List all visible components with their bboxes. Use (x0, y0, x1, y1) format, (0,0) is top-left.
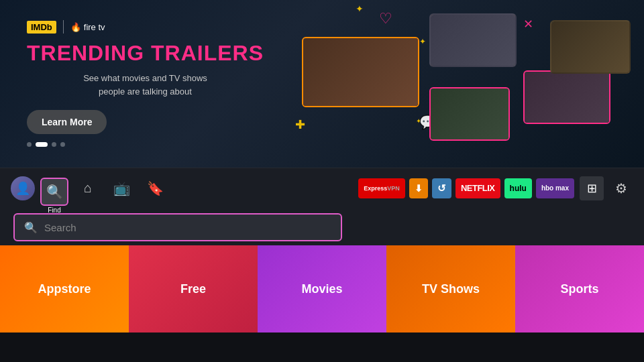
all-apps-button[interactable]: ⊞ (580, 176, 604, 200)
gear-icon: ⚙ (615, 180, 627, 196)
imdb-logo: IMDb (27, 21, 56, 34)
expressvpn-app[interactable]: Express VPN (358, 178, 405, 198)
movie-card-4[interactable] (523, 70, 610, 124)
find-nav-button[interactable]: 🔍 Find (40, 178, 68, 206)
category-appstore[interactable]: Appstore (0, 245, 129, 333)
hero-title: TRENDING TRAILERS (27, 42, 264, 65)
category-tvshows[interactable]: TV Shows (386, 245, 515, 333)
movie-card-2[interactable] (429, 13, 517, 67)
hero-logos: IMDb 🔥 fire tv (27, 20, 264, 34)
dot-1[interactable] (27, 142, 32, 147)
sparkle-icon-1: ✦ (356, 3, 364, 14)
sync-app[interactable]: ↺ (432, 178, 451, 198)
home-icon: ⌂ (84, 180, 92, 196)
learn-more-button[interactable]: Learn More (27, 110, 107, 134)
bookmark-icon: 🔖 (147, 180, 164, 196)
sparkle-icon-2: ✦ (419, 37, 426, 46)
search-placeholder: Search (44, 222, 76, 233)
dot-2[interactable] (36, 142, 48, 147)
user-avatar[interactable]: 👤 (11, 176, 35, 200)
logo-divider (63, 20, 64, 34)
find-label: Find (48, 206, 60, 214)
navbar: 👤 🔍 Find ⌂ 📺 🔖 Express VPN ⬇ ↺ NETFLIX h… (0, 168, 644, 208)
search-bar[interactable]: 🔍 Search (13, 213, 342, 241)
downloader-app[interactable]: ⬇ (409, 178, 428, 198)
firetv-logo: 🔥 fire tv (70, 22, 105, 32)
hbomax-app[interactable]: hbo max (536, 178, 574, 198)
search-container: 🔍 Search (0, 208, 644, 245)
category-movies[interactable]: Movies (258, 245, 386, 333)
settings-button[interactable]: ⚙ (609, 176, 633, 200)
category-free[interactable]: Free (129, 245, 258, 333)
hero-cards-area: ♡ ✦ ✦ ✦ 💬 👍 ✕ ✚ (262, 0, 644, 168)
close-x-icon: ✕ (523, 17, 533, 32)
tv-icon: 📺 (113, 180, 130, 196)
hero-content-left: IMDb 🔥 fire tv TRENDING TRAILERS See wha… (27, 20, 264, 147)
hero-banner: IMDb 🔥 fire tv TRENDING TRAILERS See wha… (0, 0, 644, 168)
movie-card-5[interactable] (550, 20, 631, 74)
dot-4[interactable] (60, 142, 65, 147)
movie-card-1[interactable] (302, 37, 419, 107)
category-sports[interactable]: Sports (515, 245, 644, 333)
grid-icon: ⊞ (587, 181, 597, 196)
tv-nav-button[interactable]: 📺 (107, 174, 136, 202)
movie-card-3[interactable] (429, 87, 510, 141)
fire-icon: 🔥 (70, 22, 81, 32)
hero-subtitle: See what movies and TV shows people are … (27, 72, 264, 98)
hulu-app[interactable]: hulu (504, 178, 532, 198)
search-magnifier-icon: 🔍 (24, 221, 38, 234)
heart-icon: ♡ (379, 10, 392, 27)
netflix-app[interactable]: NETFLIX (455, 178, 500, 198)
slide-indicators (27, 142, 264, 147)
search-icon: 🔍 (46, 184, 63, 200)
category-tiles: Appstore Free Movies TV Shows Sports (0, 245, 644, 333)
app-shortcuts: Express VPN ⬇ ↺ NETFLIX hulu hbo max (358, 178, 574, 198)
dot-3[interactable] (52, 142, 56, 147)
plus-icon: ✚ (295, 117, 305, 132)
bookmark-nav-button[interactable]: 🔖 (141, 174, 169, 202)
home-nav-button[interactable]: ⌂ (74, 174, 102, 202)
